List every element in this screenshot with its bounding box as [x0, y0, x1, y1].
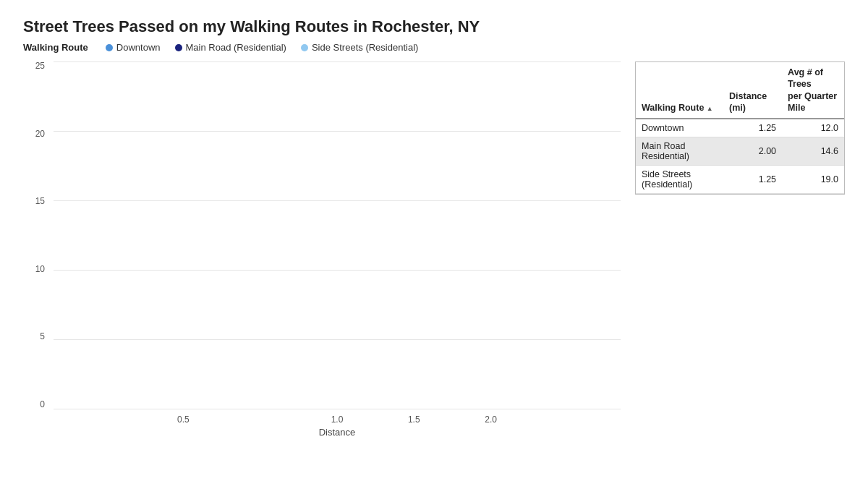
legend-item-side: Side Streets (Residential) — [301, 42, 418, 53]
plot-area — [54, 61, 621, 409]
table-cell-distance-0: 1.25 — [723, 119, 782, 137]
x-axis-label: Distance — [54, 427, 621, 438]
table-row: Downtown1.2512.0 — [636, 119, 844, 137]
table-row: Side Streets (Residential)1.2519.0 — [636, 166, 844, 194]
legend-prefix: Walking Route — [23, 42, 91, 53]
table-cell-route-1: Main Road Residential) — [636, 137, 723, 166]
legend-item-downtown: Downtown — [106, 42, 161, 53]
table-cell-route-2: Side Streets (Residential) — [636, 166, 723, 194]
x-tick-5: 2.0 — [452, 414, 529, 425]
chart-area: 25 20 15 10 5 0 0.51.01.52.0 Distance Wa… — [23, 61, 845, 438]
table-row: Main Road Residential)2.0014.6 — [636, 137, 844, 166]
x-tick-2 — [222, 414, 299, 425]
y-tick-0: 0 — [40, 400, 45, 409]
table-header-route: Walking Route ▲ — [636, 62, 723, 119]
y-tick-10: 10 — [35, 265, 45, 273]
x-tick-0 — [68, 414, 145, 425]
x-tick-4: 1.5 — [375, 414, 452, 425]
side-dot — [301, 44, 308, 51]
legend-label-downtown: Downtown — [116, 42, 161, 53]
y-tick-20: 20 — [35, 129, 45, 138]
table-cell-avg-0: 12.0 — [782, 119, 844, 137]
x-axis: 0.51.01.52.0 — [54, 414, 621, 425]
y-tick-25: 25 — [35, 61, 45, 70]
data-table: Walking Route ▲ Distance (mi) Avg # of T… — [635, 61, 845, 195]
table-cell-avg-1: 14.6 — [782, 137, 844, 166]
chart-container: 25 20 15 10 5 0 0.51.01.52.0 Distance — [23, 61, 621, 438]
sort-icon: ▲ — [707, 105, 713, 114]
main-dot — [175, 44, 182, 51]
table-cell-distance-2: 1.25 — [723, 166, 782, 194]
x-tick-3: 1.0 — [299, 414, 375, 425]
table-header-avg: Avg # of Treesper Quarter Mile — [782, 62, 844, 119]
legend-label-main: Main Road (Residential) — [186, 42, 286, 53]
bars-area — [54, 61, 621, 409]
table-cell-distance-1: 2.00 — [723, 137, 782, 166]
y-axis: 25 20 15 10 5 0 — [23, 61, 49, 409]
legend-label-side: Side Streets (Residential) — [312, 42, 418, 53]
grid-line-0 — [54, 409, 621, 409]
legend: Walking Route Downtown Main Road (Reside… — [23, 42, 845, 53]
downtown-dot — [106, 44, 113, 51]
legend-item-main: Main Road (Residential) — [175, 42, 286, 53]
table-header-distance: Distance (mi) — [723, 62, 782, 119]
y-tick-15: 15 — [35, 197, 45, 205]
y-tick-5: 5 — [40, 332, 45, 341]
x-tick-1: 0.5 — [145, 414, 221, 425]
x-tick-6 — [529, 414, 606, 425]
table-cell-avg-2: 19.0 — [782, 166, 844, 194]
table-cell-route-0: Downtown — [636, 119, 723, 137]
chart-title: Street Trees Passed on my Walking Routes… — [23, 17, 845, 36]
